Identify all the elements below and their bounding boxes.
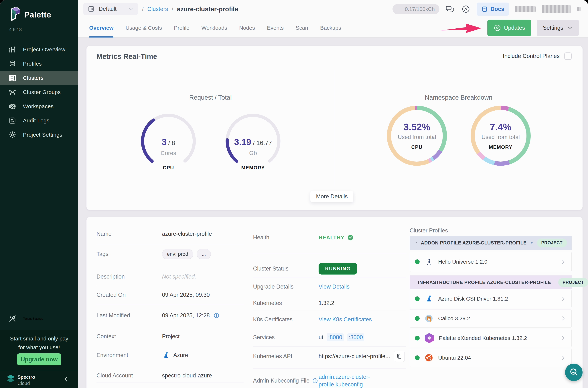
- sidebar-item-clusters[interactable]: Clusters: [0, 71, 78, 85]
- compass-icon: [461, 4, 470, 14]
- network-nodes-icon: [8, 88, 16, 96]
- footer-brand-line1: Spectro: [18, 374, 35, 380]
- sidebar-item-audit-logs[interactable]: Audit Logs: [0, 114, 78, 128]
- updates-button-label: Updates: [504, 24, 525, 31]
- breadcrumb-clusters-link[interactable]: Clusters: [147, 6, 168, 12]
- tab-workloads[interactable]: Workloads: [202, 18, 227, 38]
- namespace-cpu-donut: 3.52% Used from total CPU: [387, 106, 447, 166]
- detail-row-k8s-certificates: K8s Certificates View K8s Certificates: [253, 314, 406, 325]
- include-control-planes-checkbox[interactable]: [564, 52, 572, 60]
- chevron-right-icon: [560, 296, 566, 302]
- tab-scan[interactable]: Scan: [296, 18, 308, 38]
- divider: [96, 325, 244, 325]
- redacted-dot: [577, 7, 581, 11]
- divider: [253, 328, 406, 328]
- request-total-section: Request / Total 3 / 8 Cores CPU: [87, 70, 334, 210]
- kubeconfig-download-link[interactable]: admin.azure-cluster- profile.kubeconfig: [318, 373, 370, 388]
- cpu-gauge: 3 / 8 Cores CPU: [138, 111, 198, 171]
- divider: [96, 345, 244, 345]
- tab-overview[interactable]: Overview: [89, 18, 113, 38]
- audit-logs-icon: [8, 117, 16, 125]
- service-port-link[interactable]: :3000: [347, 333, 364, 341]
- settings-button-label: Settings: [543, 24, 563, 31]
- profile-layer-calico[interactable]: Calico 3.29.2: [410, 309, 572, 328]
- sidebar-item-project-settings[interactable]: Project Settings: [0, 128, 78, 142]
- chevron-right-icon: [560, 259, 566, 265]
- updates-button[interactable]: Updates: [487, 20, 531, 36]
- chevron-right-icon: [560, 355, 566, 361]
- sidebar-item-tenant-settings[interactable]: Tenant Settings: [0, 312, 78, 326]
- sidebar-item-label: Workspaces: [23, 103, 54, 109]
- view-details-link[interactable]: View Details: [318, 283, 350, 290]
- collapse-sidebar-chevron-icon[interactable]: [62, 375, 70, 383]
- annotation-arrow: [441, 21, 482, 35]
- detail-row-upgrade-details: Upgrade Details View Details: [253, 281, 406, 292]
- brand-name: Palette: [24, 10, 51, 19]
- status-dot: [415, 355, 420, 360]
- copy-api-url-button[interactable]: [394, 351, 405, 362]
- project-selector[interactable]: Default: [83, 3, 138, 15]
- link-icon: [530, 240, 533, 246]
- profile-layer-hello-universe[interactable]: Hello Universe 1.2.0: [410, 252, 572, 272]
- breadcrumb-separator: /: [142, 6, 144, 13]
- addon-profile-header[interactable]: ADDON PROFILE AZURE-CLUSTER-PROFILE PROJ…: [410, 236, 572, 250]
- chevron-right-icon: [560, 335, 566, 341]
- detail-row-cloud-account: Cloud Account spectro-cloud-azure: [96, 370, 244, 381]
- more-details-button[interactable]: More Details: [310, 191, 353, 202]
- sidebar-item-label: Clusters: [23, 75, 44, 81]
- include-control-planes: Include Control Planes: [503, 52, 572, 60]
- chevron-down-icon: [414, 240, 417, 245]
- upgrade-promo: Start small and only pay for what you us…: [0, 330, 78, 370]
- divider: [253, 294, 406, 294]
- service-port-link[interactable]: :8080: [327, 333, 344, 341]
- info-icon[interactable]: [312, 378, 318, 384]
- tab-nodes[interactable]: Nodes: [239, 18, 255, 38]
- feedback-chat-button[interactable]: [446, 4, 455, 14]
- spectro-cloud-logo: [5, 374, 16, 384]
- docs-button[interactable]: Docs: [476, 2, 509, 16]
- tab-backups[interactable]: Backups: [320, 18, 341, 38]
- sidebar-item-label: Project Overview: [23, 47, 65, 53]
- detail-row-kubernetes: Kubernetes 1.32.2: [253, 298, 406, 308]
- tab-profile[interactable]: Profile: [174, 18, 189, 38]
- tab-usage-costs[interactable]: Usage & Costs: [125, 18, 162, 38]
- gear-icon: [8, 131, 16, 139]
- chevron-down-icon: [128, 6, 134, 12]
- cluster-profiles-panel: Cluster Profiles ADDON PROFILE AZURE-CLU…: [410, 217, 572, 388]
- tag-overflow-chip[interactable]: ...: [197, 249, 211, 259]
- profile-layer-palette-extended-k8s[interactable]: Palette eXtended Kubernetes 1.32.2: [410, 329, 572, 347]
- docs-button-label: Docs: [490, 6, 504, 12]
- sidebar-item-cluster-groups[interactable]: Cluster Groups: [0, 85, 78, 99]
- detail-row-health: Health HEALTHY: [253, 232, 406, 243]
- hello-universe-icon: [425, 258, 433, 266]
- info-icon[interactable]: [213, 312, 220, 319]
- profile-layer-ubuntu[interactable]: Ubuntu 22.04: [410, 349, 572, 367]
- detail-row-environment: Environment Azure: [96, 349, 244, 361]
- divider: [96, 304, 244, 304]
- profile-layer-azure-disk-csi[interactable]: Azure Disk CSI Driver 1.31.2: [410, 290, 572, 308]
- sidebar-item-label: Project Settings: [23, 132, 63, 138]
- palette-logo-icon: [10, 6, 22, 22]
- upgrade-now-button[interactable]: Upgrade now: [17, 353, 61, 365]
- explore-compass-button[interactable]: [461, 4, 470, 14]
- view-k8s-certificates-link[interactable]: View K8s Certificates: [318, 316, 372, 323]
- updates-circle-icon: [494, 24, 501, 32]
- include-control-planes-label: Include Control Planes: [503, 53, 560, 59]
- chevron-down-icon: [567, 25, 573, 31]
- sidebar-item-workspaces[interactable]: Workspaces: [0, 99, 78, 114]
- sidebar-item-profiles[interactable]: Profiles: [0, 57, 78, 71]
- sidebar-item-project-overview[interactable]: Project Overview: [0, 43, 78, 57]
- detail-row-admin-kubeconfig: Admin Kubeconfig File admin.azure-cluste…: [253, 373, 406, 388]
- project-selector-value: Default: [99, 6, 124, 12]
- divider: [96, 383, 244, 383]
- redacted-user-text: [515, 6, 536, 12]
- infrastructure-profile-header[interactable]: INFRASTRUCTURE PROFILE AZURE-CLUSTER-PRO…: [410, 275, 572, 289]
- sidebar-item-label: Cluster Groups: [23, 89, 61, 95]
- settings-button[interactable]: Settings: [537, 20, 579, 36]
- help-search-fab[interactable]: [565, 364, 583, 381]
- detail-row-kubernetes-api: Kubernetes API https://azure-cluster-pro…: [253, 351, 406, 362]
- azure-disk-csi-icon: [425, 294, 433, 303]
- top-bar: Default / Clusters / azure-cluster-profi…: [78, 0, 588, 18]
- tab-events[interactable]: Events: [267, 18, 284, 38]
- chat-bubbles-icon: [446, 4, 455, 14]
